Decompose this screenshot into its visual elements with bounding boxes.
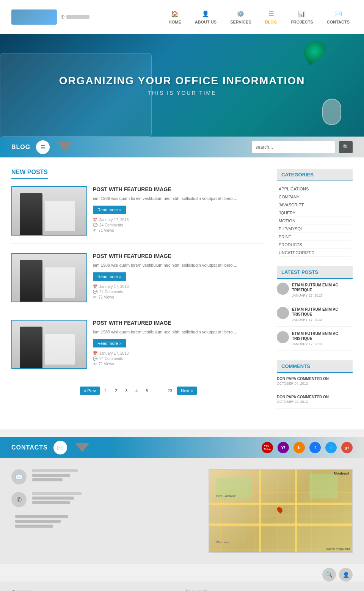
- category-item[interactable]: JAVASCRIPT: [279, 201, 351, 209]
- logo: [11, 9, 57, 25]
- map-road: [209, 503, 352, 505]
- blogger-icon[interactable]: b: [293, 442, 305, 453]
- youtube-icon[interactable]: YouTube: [262, 442, 273, 453]
- form-name-email-row: Your name : Your Email :: [11, 589, 353, 591]
- nav-blog-label: BLOG: [265, 20, 277, 24]
- latest-post-title[interactable]: ETIAM RUTRUM ENIM AC TRISTIQUE: [292, 307, 353, 317]
- email-text: [32, 469, 78, 481]
- contacts-bar-left: CONTACTS ✉️: [11, 441, 90, 454]
- hero-banner: ORGANIZING YOUR OFFICE INFORMATION THIS …: [0, 34, 364, 137]
- hero-title: ORGANIZING YOUR OFFICE INFORMATION: [59, 75, 305, 87]
- post-date: 📅January 17, 2013: [93, 351, 265, 355]
- latest-post-item: ETIAM RUTRUM ENIM AC TRISTIQUE JANUARY 1…: [277, 307, 353, 327]
- page-number[interactable]: 5: [143, 387, 151, 395]
- category-item[interactable]: COMPANY: [279, 193, 351, 201]
- nav-about[interactable]: 👤 ABOUT US: [192, 8, 220, 26]
- hero-mouse-graphic: [322, 99, 341, 125]
- sidebar: CATEGORIES APPLICATIONS COMPANY JAVASCRI…: [277, 169, 353, 418]
- post-thumb-inner: [12, 187, 86, 235]
- contacts-bar-label: CONTACTS: [11, 444, 48, 451]
- contact-info: ✉️ ✆: [11, 469, 197, 553]
- latest-post-item: ETIAM RUTRUM ENIM AC TRISTIQUE JANUARY 1…: [277, 283, 353, 302]
- latest-post-title[interactable]: ETIAM RUTRUM ENIM AC TRISTIQUE: [292, 331, 353, 341]
- latest-post-item: ETIAM RUTRUM ENIM AC TRISTIQUE JANUARY 1…: [277, 331, 353, 351]
- read-more-button[interactable]: Read more »: [93, 272, 126, 281]
- comments-header: COMMENTS: [277, 360, 353, 373]
- category-item[interactable]: PRODUCTS: [279, 241, 351, 249]
- category-item[interactable]: UNCATEGORIZED: [279, 249, 351, 257]
- page-number[interactable]: 2: [112, 387, 120, 395]
- yahoo-icon[interactable]: Y!: [278, 442, 289, 453]
- hero-text: ORGANIZING YOUR OFFICE INFORMATION THIS …: [59, 75, 305, 96]
- map-park: [309, 474, 338, 498]
- search-circle-button[interactable]: 🔍: [322, 568, 336, 582]
- nav-blog[interactable]: ☰ BLOG: [262, 8, 280, 26]
- post-item: POST WITH FEATURED IMAGE iam 1989 wisi q…: [11, 253, 265, 310]
- phone-icon: ✆: [11, 492, 27, 507]
- phone-number: 800 123 4567: [66, 15, 89, 19]
- name-label: Your name :: [11, 589, 178, 591]
- page-number[interactable]: 3: [122, 387, 130, 395]
- search-circles: 🔍 👤: [0, 568, 353, 582]
- post-title: POST WITH FEATURED IMAGE: [93, 253, 265, 259]
- category-item[interactable]: JQUERY: [279, 209, 351, 217]
- email-info-item: ✉️: [11, 469, 197, 484]
- phone-info-item: ✆: [11, 492, 197, 507]
- read-more-button[interactable]: Read more »: [93, 206, 126, 214]
- latest-post-date: JANUARY 17, 2013: [292, 318, 353, 322]
- nav-services[interactable]: ⚙️ SERVICES: [227, 8, 254, 26]
- post-excerpt: iam 1989 wisi quam lorem vestibulum nec …: [93, 195, 265, 202]
- posts-column: NEW POSTS POST WITH FEATURED IMAGE iam 1…: [11, 169, 277, 418]
- post-content: POST WITH FEATURED IMAGE iam 1989 wisi q…: [93, 253, 265, 302]
- nav-about-label: ABOUT US: [195, 20, 217, 24]
- phone-area: ✆ 800 123 4567: [61, 14, 89, 20]
- post-item: POST WITH FEATURED IMAGE iam 1989 wisi q…: [11, 186, 265, 244]
- nav-home-label: HOME: [169, 20, 181, 24]
- post-excerpt: iam 1989 wisi quam lorem vestibulum nec …: [93, 329, 265, 335]
- contacts-bar-icon: ✉️: [53, 441, 67, 454]
- latest-post-text: ETIAM RUTRUM ENIM AC TRISTIQUE JANUARY 1…: [292, 331, 353, 346]
- blog-bar: BLOG ☰ 🔍: [0, 137, 364, 157]
- page-number[interactable]: 4: [132, 387, 141, 395]
- map-road: [259, 470, 261, 552]
- triangle-decoration: [75, 443, 90, 452]
- comment-author: DON PAPA COMMENTED ON: [277, 377, 353, 381]
- post-thumbnail: [11, 186, 87, 236]
- latest-post-title[interactable]: ETIAM RUTRUM ENIM AC TRISTIQUE: [292, 283, 353, 292]
- category-item[interactable]: PHP/MYSQL: [279, 225, 351, 233]
- nav-projects[interactable]: 📊 PROJECTS: [287, 8, 316, 26]
- post-thumb-inner: [12, 321, 86, 368]
- social-icons: YouTube Y! b f t g+: [262, 442, 353, 453]
- page-last[interactable]: 23: [165, 387, 175, 395]
- category-item[interactable]: APPLICATIONS: [279, 185, 351, 193]
- nav-home[interactable]: 🏠 HOME: [166, 8, 184, 26]
- next-page-button[interactable]: Next »: [177, 387, 197, 395]
- post-item: POST WITH FEATURED IMAGE iam 1989 wisi q…: [11, 320, 265, 377]
- facebook-icon[interactable]: f: [309, 442, 321, 453]
- page-number[interactable]: 1: [102, 387, 110, 395]
- phone-icon: ✆: [61, 14, 64, 20]
- triangle-decoration: [57, 142, 72, 152]
- post-views: 👁71 Views: [93, 362, 265, 366]
- map-road: [209, 523, 352, 526]
- search-button[interactable]: 🔍: [339, 141, 353, 153]
- contacts-section: CONTACTS ✉️ YouTube Y! b f t g+ ✉️: [0, 437, 364, 591]
- comment-date: OCTOBER 04, 2012: [277, 400, 353, 404]
- category-item[interactable]: PRINT: [279, 233, 351, 241]
- search-input[interactable]: [252, 141, 335, 153]
- twitter-icon[interactable]: t: [325, 442, 337, 453]
- latest-post-text: ETIAM RUTRUM ENIM AC TRISTIQUE JANUARY 1…: [292, 307, 353, 322]
- post-thumbnail: [11, 320, 87, 369]
- address-text: [15, 515, 197, 528]
- category-item[interactable]: MOTION: [279, 217, 351, 225]
- category-list: APPLICATIONS COMPANY JAVASCRIPT JQUERY M…: [277, 185, 353, 257]
- person-circle-button[interactable]: 👤: [339, 568, 353, 582]
- post-comments: 💬24 Comments: [93, 290, 265, 294]
- prev-page-button[interactable]: « Prev: [80, 387, 100, 395]
- post-date: 📅January 17, 2013: [93, 284, 265, 289]
- nav-contacts[interactable]: ✉️ CONTACTS: [324, 8, 353, 26]
- post-content: POST WITH FEATURED IMAGE iam 1989 wisi q…: [93, 320, 265, 369]
- post-views: 👁71 Views: [93, 295, 265, 299]
- google-plus-icon[interactable]: g+: [341, 442, 353, 453]
- read-more-button[interactable]: Read more »: [93, 339, 126, 347]
